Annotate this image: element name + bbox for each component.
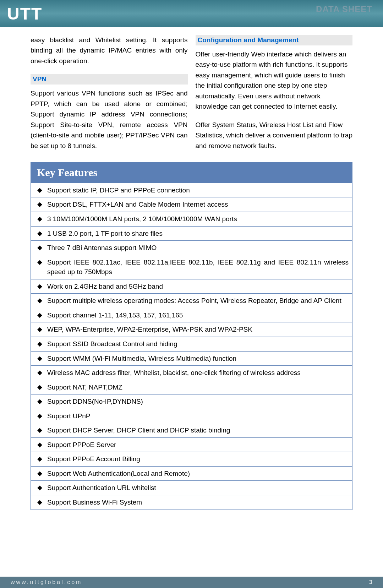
feature-cell: ◆Support DDNS(No-IP,DYNDNS): [31, 394, 352, 409]
feature-text: Support WMM (Wi-Fi Multimedia, Wireless …: [47, 354, 349, 364]
data-sheet-label: DATA SHEET: [316, 4, 372, 14]
vpn-heading: VPN: [31, 74, 188, 85]
config-body-1: Offer user-friendly Web interface which …: [196, 49, 353, 112]
feature-row: ◆Support DSL, FTTX+LAN and Cable Modem I…: [31, 197, 352, 212]
diamond-bullet-icon: ◆: [37, 282, 42, 291]
feature-text: Support DHCP Server, DHCP Client and DHC…: [47, 425, 349, 435]
footer: www.uttglobal.com 3: [0, 577, 383, 588]
content-area: easy blacklist and Whitelist setting. It…: [0, 27, 383, 510]
feature-row: ◆Support Business Wi-Fi System: [31, 495, 352, 510]
feature-text: Work on 2.4GHz band and 5GHz band: [47, 282, 349, 292]
feature-row: ◆Support Web Authentication(Local and Re…: [31, 466, 352, 481]
two-column-section: easy blacklist and Whitelist setting. It…: [31, 35, 352, 159]
feature-row: ◆Support channel 1-11, 149,153, 157, 161…: [31, 308, 352, 322]
right-column: Configuration and Management Offer user-…: [196, 35, 353, 159]
feature-cell: ◆Wireless MAC address filter, Whitelist,…: [31, 366, 352, 380]
feature-text: WEP, WPA-Enterprise, WPA2-Enterprise, WP…: [47, 325, 349, 334]
feature-text: Support DDNS(No-IP,DYNDNS): [47, 397, 349, 407]
feature-text: Support Web Authentication(Local and Rem…: [47, 469, 349, 479]
feature-row: ◆Work on 2.4GHz band and 5GHz band: [31, 279, 352, 294]
diamond-bullet-icon: ◆: [37, 368, 42, 377]
feature-cell: ◆Support DSL, FTTX+LAN and Cable Modem I…: [31, 197, 352, 212]
feature-cell: ◆Support multiple wireless operating mod…: [31, 294, 352, 308]
diamond-bullet-icon: ◆: [37, 310, 42, 320]
diamond-bullet-icon: ◆: [37, 497, 42, 507]
diamond-bullet-icon: ◆: [37, 382, 42, 392]
feature-text: 1 USB 2.0 port, 1 TF port to share files: [47, 229, 349, 239]
feature-text: Support IEEE 802.11ac, IEEE 802.11a,IEEE…: [47, 257, 349, 277]
diamond-bullet-icon: ◆: [37, 229, 42, 238]
footer-page: 3: [369, 579, 372, 586]
feature-text: Wireless MAC address filter, Whitelist, …: [47, 368, 349, 378]
diamond-bullet-icon: ◆: [37, 354, 42, 363]
feature-row: ◆1 USB 2.0 port, 1 TF port to share file…: [31, 226, 352, 241]
feature-cell: ◆Support Authentication URL whitelist: [31, 481, 352, 495]
feature-row: ◆Support SSID Broadcast Control and hidi…: [31, 337, 352, 351]
feature-cell: ◆Support SSID Broadcast Control and hidi…: [31, 337, 352, 351]
feature-row: ◆Three 7 dBi Antennas support MIMO: [31, 241, 352, 255]
feature-cell: ◆Support static IP, DHCP and PPPoE conne…: [31, 183, 352, 197]
diamond-bullet-icon: ◆: [37, 469, 42, 478]
left-column: easy blacklist and Whitelist setting. It…: [31, 35, 188, 159]
feature-row: ◆Support DDNS(No-IP,DYNDNS): [31, 394, 352, 409]
feature-row: ◆Support DHCP Server, DHCP Client and DH…: [31, 423, 352, 438]
feature-cell: ◆Support channel 1-11, 149,153, 157, 161…: [31, 308, 352, 322]
feature-text: Three 7 dBi Antennas support MIMO: [47, 243, 349, 253]
feature-text: Support NAT, NAPT,DMZ: [47, 382, 349, 392]
feature-text: Support DSL, FTTX+LAN and Cable Modem In…: [47, 200, 349, 209]
feature-row: ◆Support IEEE 802.11ac, IEEE 802.11a,IEE…: [31, 255, 352, 279]
config-heading: Configuration and Management: [196, 35, 353, 45]
feature-cell: ◆Three 7 dBi Antennas support MIMO: [31, 241, 352, 255]
feature-cell: ◆Support Business Wi-Fi System: [31, 495, 352, 510]
feature-cell: ◆Support PPPoE Server: [31, 437, 352, 452]
diamond-bullet-icon: ◆: [37, 411, 42, 420]
feature-cell: ◆WEP, WPA-Enterprise, WPA2-Enterprise, W…: [31, 322, 352, 337]
feature-text: Support Business Wi-Fi System: [47, 497, 349, 507]
logo: UTT: [7, 4, 42, 23]
diamond-bullet-icon: ◆: [37, 454, 42, 463]
feature-text: Support PPPoE Account Billing: [47, 454, 349, 464]
diamond-bullet-icon: ◆: [37, 397, 42, 406]
features-table: ◆Support static IP, DHCP and PPPoE conne…: [31, 183, 352, 510]
diamond-bullet-icon: ◆: [37, 214, 42, 223]
diamond-bullet-icon: ◆: [37, 425, 42, 435]
feature-row: ◆Support NAT, NAPT,DMZ: [31, 380, 352, 394]
diamond-bullet-icon: ◆: [37, 483, 42, 492]
feature-text: Support static IP, DHCP and PPPoE connec…: [47, 185, 349, 195]
feature-row: ◆3 10M/100M/1000M LAN ports, 2 10M/100M/…: [31, 212, 352, 227]
feature-text: Support UPnP: [47, 411, 349, 421]
feature-text: Support multiple wireless operating mode…: [47, 296, 349, 306]
feature-text: Support SSID Broadcast Control and hidin…: [47, 339, 349, 349]
feature-cell: ◆3 10M/100M/1000M LAN ports, 2 10M/100M/…: [31, 212, 352, 227]
footer-url: www.uttglobal.com: [11, 579, 82, 586]
diamond-bullet-icon: ◆: [37, 440, 42, 449]
feature-cell: ◆Support Web Authentication(Local and Re…: [31, 466, 352, 481]
config-body-2: Offer System Status, Wireless Host List …: [196, 120, 353, 151]
feature-text: Support Authentication URL whitelist: [47, 483, 349, 493]
diamond-bullet-icon: ◆: [37, 296, 42, 305]
feature-text: 3 10M/100M/1000M LAN ports, 2 10M/100M/1…: [47, 214, 349, 224]
feature-cell: ◆Support WMM (Wi-Fi Multimedia, Wireless…: [31, 351, 352, 366]
diamond-bullet-icon: ◆: [37, 200, 42, 209]
feature-row: ◆Support WMM (Wi-Fi Multimedia, Wireless…: [31, 351, 352, 366]
diamond-bullet-icon: ◆: [37, 339, 42, 348]
feature-row: ◆Wireless MAC address filter, Whitelist,…: [31, 366, 352, 380]
intro-text: easy blacklist and Whitelist setting. It…: [31, 35, 188, 66]
diamond-bullet-icon: ◆: [37, 185, 42, 195]
feature-cell: ◆Support IEEE 802.11ac, IEEE 802.11a,IEE…: [31, 255, 352, 279]
feature-cell: ◆Support PPPoE Account Billing: [31, 452, 352, 467]
feature-row: ◆Support Authentication URL whitelist: [31, 481, 352, 495]
feature-cell: ◆Work on 2.4GHz band and 5GHz band: [31, 279, 352, 294]
diamond-bullet-icon: ◆: [37, 325, 42, 334]
feature-row: ◆WEP, WPA-Enterprise, WPA2-Enterprise, W…: [31, 322, 352, 337]
feature-row: ◆Support PPPoE Account Billing: [31, 452, 352, 467]
feature-row: ◆Support PPPoE Server: [31, 437, 352, 452]
feature-cell: ◆Support NAT, NAPT,DMZ: [31, 380, 352, 394]
feature-row: ◆Support UPnP: [31, 409, 352, 423]
feature-text: Support PPPoE Server: [47, 440, 349, 450]
feature-cell: ◆Support UPnP: [31, 409, 352, 423]
diamond-bullet-icon: ◆: [37, 243, 42, 252]
diamond-bullet-icon: ◆: [37, 257, 42, 267]
feature-text: Support channel 1-11, 149,153, 157, 161,…: [47, 310, 349, 320]
key-features-title: Key Features: [31, 162, 352, 183]
